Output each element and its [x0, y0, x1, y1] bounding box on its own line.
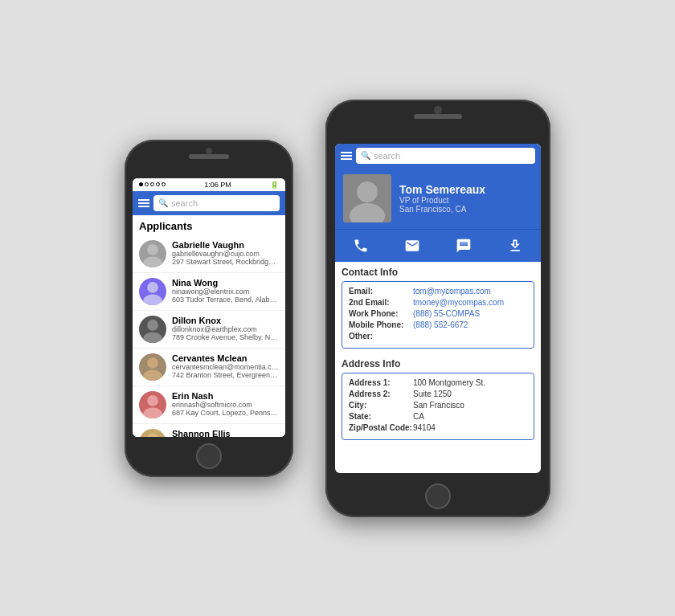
list-phone: 1:06 PM 🔋 🔍 search Applicants: [125, 140, 293, 477]
contact-name: Dillon Knox: [172, 316, 279, 325]
message-action-button[interactable]: [451, 236, 477, 255]
list-item[interactable]: Erin Nash erinnash@softmicro.com 687 Kay…: [133, 386, 285, 424]
detail-phone: 🔍 search Tom Semereaux VP of Product San: [325, 100, 550, 517]
address2-label: Address 2:: [349, 390, 413, 398]
contact-info-card: Email: tom@mycompas.com 2nd Email: tmone…: [342, 281, 534, 349]
profile-photo: [343, 174, 391, 222]
list-item[interactable]: Shannon Ellis shannonellis@kyagoro.com 8…: [133, 424, 285, 437]
address2-value: Suite 1250: [413, 390, 452, 398]
phone-action-button[interactable]: [348, 236, 374, 255]
zip-value: 94104: [413, 423, 436, 432]
detail-row: Address 1: 100 Montgomery St.: [349, 378, 527, 387]
contact-email: erinnash@softmicro.com: [172, 401, 279, 409]
list-item[interactable]: Nina Wong ninawong@elentrix.com 603 Tudo…: [133, 273, 285, 311]
city-value: San Francisco: [413, 401, 464, 410]
profile-title: VP of Product: [399, 196, 485, 205]
contact-list: Gabrielle Vaughn gabriellevaughn@cujo.co…: [133, 235, 285, 437]
svg-point-15: [357, 182, 378, 202]
dot-4: [156, 182, 160, 186]
contact-email: ninawong@elentrix.com: [172, 288, 279, 296]
contact-info: Dillon Knox dillonknox@earthplex.com 789…: [172, 316, 279, 341]
list-search-input[interactable]: 🔍 search: [153, 195, 280, 211]
contact-name: Erin Nash: [172, 391, 279, 401]
email2-label: 2nd Email:: [349, 298, 413, 307]
contact-info: Cervantes Mclean cervantesmclean@momenti…: [172, 353, 279, 379]
email-label: Email:: [349, 287, 413, 296]
contact-address: 603 Tudor Terrace, Bend, Alabama,...: [172, 296, 279, 304]
avatar: [139, 353, 166, 381]
svg-point-7: [143, 369, 162, 381]
detail-search-placeholder: search: [374, 151, 400, 161]
contact-info: Shannon Ellis shannonellis@kyagoro.com 8…: [172, 429, 279, 437]
contact-address: 789 Crooke Avenue, Shelby, Nort...: [172, 333, 279, 341]
contact-email: dillonknox@earthplex.com: [172, 325, 279, 333]
contact-info: Nina Wong ninawong@elentrix.com 603 Tudo…: [172, 278, 279, 304]
address-info-section: Address Info Address 1: 100 Montgomery S…: [335, 353, 541, 445]
detail-screen: 🔍 search Tom Semereaux VP of Product San: [335, 144, 541, 473]
profile-location: San Francisco, CA: [399, 205, 485, 214]
svg-point-6: [147, 357, 158, 369]
svg-point-10: [147, 433, 158, 437]
email-value: tom@mycompas.com: [413, 287, 491, 296]
state-value: CA: [413, 412, 424, 421]
profile-header: Tom Semereaux VP of Product San Francisc…: [335, 168, 541, 229]
contact-info: Erin Nash erinnash@softmicro.com 687 Kay…: [172, 391, 279, 417]
address-info-card: Address 1: 100 Montgomery St. Address 2:…: [342, 373, 534, 440]
contact-email: gabriellevaughn@cujo.com: [172, 250, 279, 258]
address-info-title: Address Info: [342, 358, 534, 369]
detail-home-button[interactable]: [425, 483, 451, 509]
contact-name: Gabrielle Vaughn: [172, 240, 279, 250]
dot-2: [145, 182, 149, 186]
home-button[interactable]: [196, 443, 222, 469]
svg-point-1: [143, 256, 162, 267]
svg-point-4: [147, 320, 158, 331]
zip-label: Zip/Postal Code:: [349, 423, 413, 432]
address1-label: Address 1:: [349, 378, 413, 387]
dot-5: [162, 182, 166, 186]
contact-name: Nina Wong: [172, 278, 279, 288]
email2-value: tmoney@mycompas.com: [413, 298, 504, 307]
avatar: [139, 240, 166, 267]
detail-row: Other:: [349, 332, 527, 341]
download-action-button[interactable]: [502, 236, 528, 255]
status-bar: 1:06 PM 🔋: [133, 178, 285, 191]
city-label: City:: [349, 401, 413, 410]
detail-hamburger-icon[interactable]: [341, 152, 352, 160]
detail-row: 2nd Email: tmoney@mycompas.com: [349, 298, 527, 307]
contact-address: 742 Branton Street, Evergreen, M...: [172, 371, 279, 379]
list-search-placeholder: search: [171, 198, 198, 208]
svg-point-3: [143, 294, 162, 305]
work-phone-value: (888) 55-COMPAS: [413, 309, 480, 318]
list-item[interactable]: Dillon Knox dillonknox@earthplex.com 789…: [133, 311, 285, 349]
contact-info-section: Contact Info Email: tom@mycompas.com 2nd…: [335, 262, 541, 353]
list-screen: 1:06 PM 🔋 🔍 search Applicants: [133, 178, 285, 437]
dot-1: [139, 182, 143, 186]
avatar: [139, 429, 166, 437]
other-label: Other:: [349, 332, 413, 341]
hamburger-icon[interactable]: [138, 199, 149, 207]
profile-name: Tom Semereaux: [399, 183, 485, 196]
contact-address: 687 Kay Court, Lopezo, Pennsylv...: [172, 409, 279, 417]
battery-icon: 🔋: [270, 181, 279, 189]
profile-text: Tom Semereaux VP of Product San Francisc…: [399, 183, 485, 214]
list-item[interactable]: Cervantes Mclean cervantesmclean@momenti…: [133, 349, 285, 386]
svg-point-5: [143, 332, 162, 343]
svg-point-2: [147, 282, 158, 293]
detail-search-input[interactable]: 🔍 search: [356, 148, 535, 164]
contact-name: Shannon Ellis: [172, 429, 279, 437]
email-action-button[interactable]: [399, 236, 425, 255]
applicants-title: Applicants: [133, 215, 285, 235]
search-icon: 🔍: [158, 198, 168, 207]
contact-email: cervantesmclean@momentia.com: [172, 363, 279, 371]
address1-value: 100 Montgomery St.: [413, 378, 485, 387]
avatar: [139, 391, 166, 418]
action-bar: [335, 229, 541, 262]
contact-name: Cervantes Mclean: [172, 353, 279, 363]
detail-row: City: San Francisco: [349, 401, 527, 410]
mobile-phone-value: (888) 552-6672: [413, 320, 468, 329]
status-time: 1:06 PM: [204, 181, 231, 189]
svg-point-9: [143, 407, 162, 418]
dot-3: [150, 182, 154, 186]
list-item[interactable]: Gabrielle Vaughn gabriellevaughn@cujo.co…: [133, 235, 285, 273]
contact-address: 297 Stewart Street, Rockbridge, U...: [172, 258, 279, 266]
